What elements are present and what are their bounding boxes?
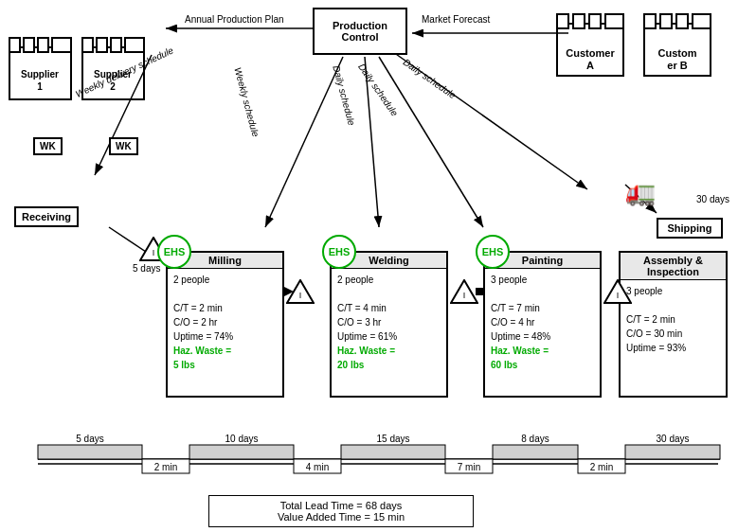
svg-line-5: [265, 57, 343, 227]
daily-schedule-1-label: Daily schedule: [331, 64, 356, 127]
kanban-1: WK: [33, 137, 63, 155]
svg-rect-22: [589, 14, 601, 28]
svg-text:5 days: 5 days: [76, 434, 103, 444]
customer-a-area: Customer A: [552, 5, 628, 92]
svg-text:I: I: [299, 291, 302, 300]
svg-text:4 min: 4 min: [306, 462, 329, 472]
kanban-2: WK: [109, 137, 138, 155]
painting-uptime: Uptime = 48%: [491, 329, 594, 344]
welding-ct: C/T = 4 min: [337, 301, 441, 315]
painting-process-box: Painting 3 people C/T = 7 min C/O = 4 hr…: [483, 251, 602, 398]
production-control-box: Production Control: [313, 8, 407, 55]
total-lead-time: Total Lead Time = 68 days: [221, 500, 461, 511]
assembly-co: C/O = 30 min: [626, 327, 720, 341]
customer-b-area: Custom er B: [639, 5, 715, 92]
svg-text:8 days: 8 days: [521, 434, 549, 444]
milling-ct: C/T = 2 min: [173, 301, 277, 315]
inventory-triangle-4: I: [603, 279, 632, 306]
assembly-process-box: Assembly & Inspection 3 people C/T = 2 m…: [619, 251, 728, 398]
milling-people: 2 people: [173, 273, 277, 287]
ehs-painting: EHS: [476, 235, 510, 269]
svg-text:I: I: [617, 291, 620, 300]
svg-rect-27: [644, 14, 656, 28]
svg-text:I: I: [153, 248, 155, 257]
inventory-triangle-2: I: [286, 279, 315, 306]
painting-people: 3 people: [491, 273, 594, 287]
painting-co: C/O = 4 hr: [491, 315, 594, 329]
inventory-triangle-3: I: [450, 279, 478, 306]
milling-co: C/O = 2 hr: [173, 315, 277, 329]
daily-schedule-2-label: Daily schedule: [356, 62, 400, 118]
svg-text:Custom: Custom: [658, 47, 697, 59]
svg-text:er B: er B: [667, 60, 687, 71]
assembly-ct: C/T = 2 min: [626, 312, 720, 327]
svg-text:1: 1: [37, 81, 43, 92]
inv-days-label: 5 days: [133, 263, 160, 274]
market-forecast-label: Market Forecast: [422, 14, 490, 25]
svg-rect-28: [660, 14, 672, 28]
welding-haz: Haz. Waste =20 lbs: [337, 344, 441, 372]
receiving-label: Receiving: [22, 211, 71, 222]
painting-haz: Haz. Waste =60 lbs: [491, 344, 594, 372]
annual-plan-label: Annual Production Plan: [185, 14, 284, 25]
svg-text:10 days: 10 days: [225, 434, 258, 444]
shipping-label: Shipping: [667, 222, 711, 234]
svg-text:7 min: 7 min: [458, 462, 480, 472]
assembly-title: Assembly & Inspection: [621, 253, 726, 280]
shipping-days-label: 30 days: [696, 194, 729, 204]
svg-rect-23: [605, 14, 623, 28]
painting-ct: C/T = 7 min: [491, 301, 594, 315]
svg-rect-35: [24, 38, 34, 52]
assembly-body: 3 people C/T = 2 min C/O = 30 min Uptime…: [621, 280, 726, 359]
milling-haz: Haz. Waste =5 lbs: [173, 344, 277, 372]
svg-rect-37: [52, 38, 71, 52]
customer-a-icon: Customer A: [552, 5, 628, 90]
production-control-label: Production Control: [315, 20, 405, 43]
receiving-box: Receiving: [14, 206, 79, 227]
svg-rect-41: [82, 38, 93, 52]
milling-body: 2 people C/T = 2 min C/O = 2 hr Uptime =…: [168, 269, 282, 376]
supplier-1-area: Supplier 1: [5, 28, 76, 115]
svg-rect-42: [97, 38, 107, 52]
daily-schedule-3-label: Daily schedule: [402, 57, 459, 100]
svg-rect-34: [9, 38, 20, 52]
svg-rect-20: [557, 14, 568, 28]
svg-rect-44: [125, 38, 144, 52]
welding-people: 2 people: [337, 273, 441, 287]
svg-rect-56: [38, 445, 142, 459]
shipping-box: Shipping: [657, 218, 723, 239]
svg-rect-21: [573, 14, 585, 28]
svg-text:Supplier: Supplier: [21, 69, 59, 80]
svg-text:2 min: 2 min: [590, 462, 613, 472]
welding-body: 2 people C/T = 4 min C/O = 3 hr Uptime =…: [332, 269, 446, 376]
painting-body: 3 people C/T = 7 min C/O = 4 hr Uptime =…: [485, 269, 600, 376]
ehs-milling: EHS: [157, 235, 191, 269]
milling-uptime: Uptime = 74%: [173, 329, 277, 344]
ehs-welding: EHS: [322, 235, 356, 269]
value-added-time: Value Added Time = 15 min: [221, 511, 461, 523]
vsm-diagram: Production Control Customer A Custom er …: [0, 0, 756, 532]
svg-text:30 days: 30 days: [656, 434, 689, 444]
svg-text:15 days: 15 days: [376, 434, 409, 444]
welding-co: C/O = 3 hr: [337, 315, 441, 329]
supplier-1-icon: Supplier 1: [5, 28, 76, 114]
svg-rect-30: [693, 14, 711, 28]
svg-text:Customer: Customer: [566, 47, 615, 59]
svg-rect-58: [341, 445, 445, 459]
svg-rect-36: [38, 38, 48, 52]
svg-text:A: A: [586, 60, 594, 71]
svg-rect-57: [189, 445, 294, 459]
svg-text:2 min: 2 min: [154, 462, 177, 472]
svg-rect-29: [676, 14, 688, 28]
milling-process-box: Milling 2 people C/T = 2 min C/O = 2 hr …: [166, 251, 284, 398]
truck-icon: 🚛: [625, 178, 656, 207]
svg-rect-60: [625, 445, 720, 459]
svg-rect-43: [111, 38, 121, 52]
summary-box: Total Lead Time = 68 days Value Added Ti…: [208, 495, 474, 527]
customer-b-icon: Custom er B: [639, 5, 715, 90]
welding-uptime: Uptime = 61%: [337, 329, 441, 344]
assembly-people: 3 people: [626, 284, 720, 298]
weekly-schedule-label: Weekly schedule: [232, 66, 261, 138]
assembly-uptime: Uptime = 93%: [626, 341, 720, 355]
svg-text:I: I: [463, 291, 466, 300]
